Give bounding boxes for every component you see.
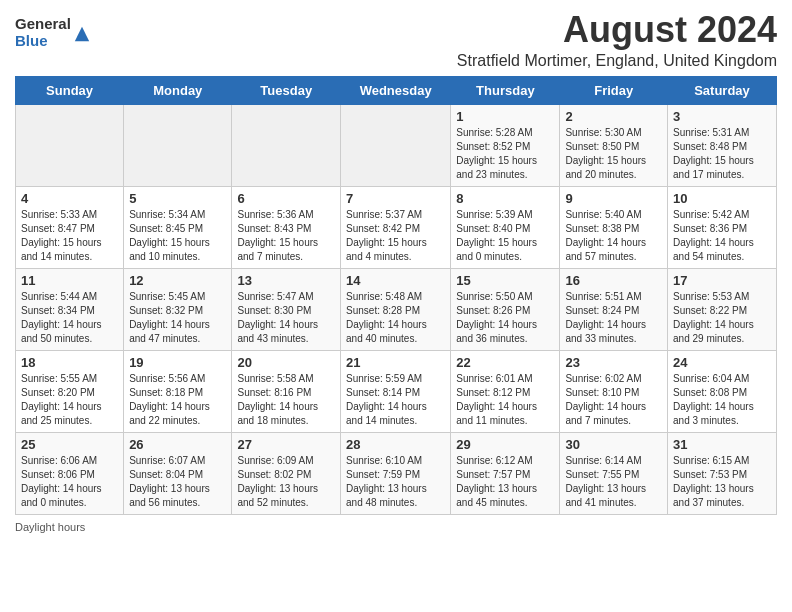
day-number: 22 <box>456 355 554 370</box>
calendar-cell: 22Sunrise: 6:01 AM Sunset: 8:12 PM Dayli… <box>451 350 560 432</box>
calendar-cell: 11Sunrise: 5:44 AM Sunset: 8:34 PM Dayli… <box>16 268 124 350</box>
calendar-cell: 30Sunrise: 6:14 AM Sunset: 7:55 PM Dayli… <box>560 432 668 514</box>
day-number: 9 <box>565 191 662 206</box>
day-info: Sunrise: 5:48 AM Sunset: 8:28 PM Dayligh… <box>346 290 445 346</box>
day-number: 20 <box>237 355 335 370</box>
day-number: 12 <box>129 273 226 288</box>
weekday-header-wednesday: Wednesday <box>341 76 451 104</box>
day-info: Sunrise: 5:36 AM Sunset: 8:43 PM Dayligh… <box>237 208 335 264</box>
day-number: 23 <box>565 355 662 370</box>
day-info: Sunrise: 5:50 AM Sunset: 8:26 PM Dayligh… <box>456 290 554 346</box>
calendar-cell <box>16 104 124 186</box>
day-info: Sunrise: 5:45 AM Sunset: 8:32 PM Dayligh… <box>129 290 226 346</box>
day-number: 1 <box>456 109 554 124</box>
day-info: Sunrise: 5:51 AM Sunset: 8:24 PM Dayligh… <box>565 290 662 346</box>
month-year-title: August 2024 <box>457 10 777 50</box>
calendar-cell: 15Sunrise: 5:50 AM Sunset: 8:26 PM Dayli… <box>451 268 560 350</box>
title-area: August 2024 Stratfield Mortimer, England… <box>457 10 777 70</box>
calendar-cell: 14Sunrise: 5:48 AM Sunset: 8:28 PM Dayli… <box>341 268 451 350</box>
calendar-cell <box>232 104 341 186</box>
calendar-cell: 17Sunrise: 5:53 AM Sunset: 8:22 PM Dayli… <box>668 268 777 350</box>
day-number: 3 <box>673 109 771 124</box>
calendar-cell: 28Sunrise: 6:10 AM Sunset: 7:59 PM Dayli… <box>341 432 451 514</box>
day-info: Sunrise: 6:06 AM Sunset: 8:06 PM Dayligh… <box>21 454 118 510</box>
calendar-cell: 23Sunrise: 6:02 AM Sunset: 8:10 PM Dayli… <box>560 350 668 432</box>
day-number: 17 <box>673 273 771 288</box>
calendar-cell: 24Sunrise: 6:04 AM Sunset: 8:08 PM Dayli… <box>668 350 777 432</box>
day-number: 8 <box>456 191 554 206</box>
day-info: Sunrise: 6:10 AM Sunset: 7:59 PM Dayligh… <box>346 454 445 510</box>
calendar-cell: 3Sunrise: 5:31 AM Sunset: 8:48 PM Daylig… <box>668 104 777 186</box>
calendar-cell: 25Sunrise: 6:06 AM Sunset: 8:06 PM Dayli… <box>16 432 124 514</box>
calendar-week-2: 4Sunrise: 5:33 AM Sunset: 8:47 PM Daylig… <box>16 186 777 268</box>
day-number: 19 <box>129 355 226 370</box>
day-info: Sunrise: 5:28 AM Sunset: 8:52 PM Dayligh… <box>456 126 554 182</box>
day-info: Sunrise: 5:59 AM Sunset: 8:14 PM Dayligh… <box>346 372 445 428</box>
day-number: 24 <box>673 355 771 370</box>
calendar-cell: 2Sunrise: 5:30 AM Sunset: 8:50 PM Daylig… <box>560 104 668 186</box>
day-info: Sunrise: 5:31 AM Sunset: 8:48 PM Dayligh… <box>673 126 771 182</box>
day-info: Sunrise: 6:04 AM Sunset: 8:08 PM Dayligh… <box>673 372 771 428</box>
calendar-cell: 9Sunrise: 5:40 AM Sunset: 8:38 PM Daylig… <box>560 186 668 268</box>
header: General Blue August 2024 Stratfield Mort… <box>15 10 777 70</box>
day-number: 21 <box>346 355 445 370</box>
day-number: 16 <box>565 273 662 288</box>
day-number: 30 <box>565 437 662 452</box>
day-number: 11 <box>21 273 118 288</box>
calendar-cell: 8Sunrise: 5:39 AM Sunset: 8:40 PM Daylig… <box>451 186 560 268</box>
calendar-week-5: 25Sunrise: 6:06 AM Sunset: 8:06 PM Dayli… <box>16 432 777 514</box>
calendar-cell: 18Sunrise: 5:55 AM Sunset: 8:20 PM Dayli… <box>16 350 124 432</box>
day-number: 31 <box>673 437 771 452</box>
svg-marker-0 <box>75 26 89 40</box>
calendar-cell: 16Sunrise: 5:51 AM Sunset: 8:24 PM Dayli… <box>560 268 668 350</box>
day-info: Sunrise: 5:30 AM Sunset: 8:50 PM Dayligh… <box>565 126 662 182</box>
day-info: Sunrise: 5:56 AM Sunset: 8:18 PM Dayligh… <box>129 372 226 428</box>
calendar-cell: 7Sunrise: 5:37 AM Sunset: 8:42 PM Daylig… <box>341 186 451 268</box>
day-info: Sunrise: 5:39 AM Sunset: 8:40 PM Dayligh… <box>456 208 554 264</box>
calendar-cell: 21Sunrise: 5:59 AM Sunset: 8:14 PM Dayli… <box>341 350 451 432</box>
footer-note: Daylight hours <box>15 521 777 533</box>
day-info: Sunrise: 6:14 AM Sunset: 7:55 PM Dayligh… <box>565 454 662 510</box>
day-number: 14 <box>346 273 445 288</box>
calendar-cell: 12Sunrise: 5:45 AM Sunset: 8:32 PM Dayli… <box>124 268 232 350</box>
day-info: Sunrise: 5:58 AM Sunset: 8:16 PM Dayligh… <box>237 372 335 428</box>
calendar-cell: 6Sunrise: 5:36 AM Sunset: 8:43 PM Daylig… <box>232 186 341 268</box>
calendar-week-1: 1Sunrise: 5:28 AM Sunset: 8:52 PM Daylig… <box>16 104 777 186</box>
calendar-cell: 10Sunrise: 5:42 AM Sunset: 8:36 PM Dayli… <box>668 186 777 268</box>
calendar-table: SundayMondayTuesdayWednesdayThursdayFrid… <box>15 76 777 515</box>
calendar-cell: 5Sunrise: 5:34 AM Sunset: 8:45 PM Daylig… <box>124 186 232 268</box>
weekday-header-monday: Monday <box>124 76 232 104</box>
day-number: 6 <box>237 191 335 206</box>
day-info: Sunrise: 5:40 AM Sunset: 8:38 PM Dayligh… <box>565 208 662 264</box>
day-number: 2 <box>565 109 662 124</box>
calendar-week-4: 18Sunrise: 5:55 AM Sunset: 8:20 PM Dayli… <box>16 350 777 432</box>
calendar-cell <box>341 104 451 186</box>
calendar-header-row: SundayMondayTuesdayWednesdayThursdayFrid… <box>16 76 777 104</box>
calendar-cell: 4Sunrise: 5:33 AM Sunset: 8:47 PM Daylig… <box>16 186 124 268</box>
day-number: 15 <box>456 273 554 288</box>
day-number: 4 <box>21 191 118 206</box>
calendar-cell: 1Sunrise: 5:28 AM Sunset: 8:52 PM Daylig… <box>451 104 560 186</box>
logo: General Blue <box>15 16 91 49</box>
day-number: 18 <box>21 355 118 370</box>
day-info: Sunrise: 6:01 AM Sunset: 8:12 PM Dayligh… <box>456 372 554 428</box>
location-subtitle: Stratfield Mortimer, England, United Kin… <box>457 52 777 70</box>
day-number: 10 <box>673 191 771 206</box>
day-info: Sunrise: 5:55 AM Sunset: 8:20 PM Dayligh… <box>21 372 118 428</box>
day-info: Sunrise: 5:42 AM Sunset: 8:36 PM Dayligh… <box>673 208 771 264</box>
calendar-cell <box>124 104 232 186</box>
calendar-cell: 31Sunrise: 6:15 AM Sunset: 7:53 PM Dayli… <box>668 432 777 514</box>
weekday-header-tuesday: Tuesday <box>232 76 341 104</box>
calendar-cell: 20Sunrise: 5:58 AM Sunset: 8:16 PM Dayli… <box>232 350 341 432</box>
day-number: 29 <box>456 437 554 452</box>
calendar-cell: 27Sunrise: 6:09 AM Sunset: 8:02 PM Dayli… <box>232 432 341 514</box>
logo-icon <box>73 25 91 43</box>
weekday-header-friday: Friday <box>560 76 668 104</box>
day-number: 7 <box>346 191 445 206</box>
calendar-cell: 26Sunrise: 6:07 AM Sunset: 8:04 PM Dayli… <box>124 432 232 514</box>
calendar-cell: 19Sunrise: 5:56 AM Sunset: 8:18 PM Dayli… <box>124 350 232 432</box>
day-info: Sunrise: 5:47 AM Sunset: 8:30 PM Dayligh… <box>237 290 335 346</box>
day-number: 13 <box>237 273 335 288</box>
day-info: Sunrise: 5:33 AM Sunset: 8:47 PM Dayligh… <box>21 208 118 264</box>
day-info: Sunrise: 5:34 AM Sunset: 8:45 PM Dayligh… <box>129 208 226 264</box>
